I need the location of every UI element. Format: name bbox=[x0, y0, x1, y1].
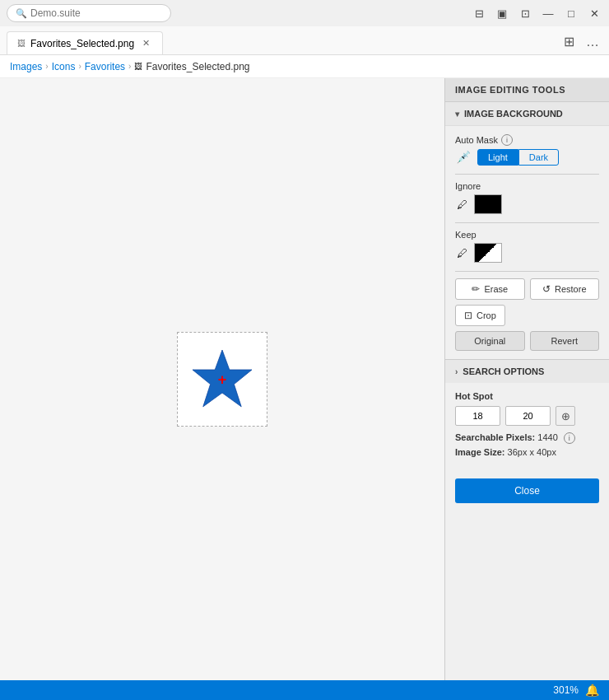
search-options-header[interactable]: › SEARCH OPTIONS bbox=[445, 360, 609, 383]
tab-bar: 🖼 Favorites_Selected.png ✕ ⊞ … bbox=[0, 26, 609, 55]
crop-btn[interactable]: ⊡ Crop bbox=[455, 305, 505, 326]
split-vertical-btn[interactable]: ⊟ bbox=[471, 5, 487, 21]
breadcrumb-sep-2: › bbox=[78, 62, 81, 71]
title-search-input[interactable] bbox=[30, 7, 162, 19]
searchable-pixels-row: Searchable Pixels: 1440 i bbox=[455, 432, 599, 444]
breadcrumb-file-icon: 🖼 bbox=[134, 62, 142, 71]
panel-header-label: IMAGE EDITING TOOLS bbox=[455, 85, 565, 95]
svg-marker-0 bbox=[193, 350, 252, 407]
search-options-body: Hot Spot ⊕ Searchable Pixels: 1440 i Ima… bbox=[445, 383, 609, 469]
image-size-label: Image Size: bbox=[455, 447, 505, 457]
tab-bar-right: ⊞ … bbox=[560, 32, 602, 54]
search-icon: 🔍 bbox=[16, 8, 27, 19]
original-btn[interactable]: Original bbox=[455, 331, 525, 351]
crop-label: Crop bbox=[477, 310, 496, 320]
breadcrumb-images[interactable]: Images bbox=[10, 61, 42, 72]
restore-label: Restore bbox=[555, 284, 587, 294]
breadcrumb-icons[interactable]: Icons bbox=[52, 61, 76, 72]
auto-mask-label-row: Auto Mask i bbox=[455, 134, 599, 146]
searchable-pixels-label: Searchable Pixels: bbox=[455, 432, 535, 442]
maximize-btn[interactable]: □ bbox=[563, 5, 579, 21]
tab-label: Favorites_Selected.png bbox=[30, 38, 134, 49]
minimize-btn[interactable]: — bbox=[540, 5, 556, 21]
ignore-eyedropper-btn[interactable]: 🖊 bbox=[455, 197, 469, 212]
hotspot-x-input[interactable] bbox=[455, 406, 500, 426]
image-background-section-header[interactable]: ▾ IMAGE BACKGROUND bbox=[445, 102, 609, 126]
light-toggle-btn[interactable]: Light bbox=[477, 149, 518, 166]
image-preview: + bbox=[177, 332, 267, 427]
keep-label-text: Keep bbox=[455, 230, 477, 240]
auto-mask-row: Auto Mask i 💉 Light Dark bbox=[455, 134, 599, 166]
erase-icon: ✏ bbox=[472, 283, 480, 295]
keep-label: Keep bbox=[455, 230, 599, 240]
searchable-pixels-value: 1440 bbox=[537, 432, 557, 442]
tab-bar-left: 🖼 Favorites_Selected.png ✕ bbox=[7, 31, 163, 54]
restore-icon: ↺ bbox=[542, 283, 551, 295]
divider-3 bbox=[455, 271, 599, 272]
hotspot-row: ⊕ bbox=[455, 406, 599, 426]
tab-favorites-selected[interactable]: 🖼 Favorites_Selected.png ✕ bbox=[7, 31, 163, 54]
image-size-row: Image Size: 36px x 40px bbox=[455, 447, 599, 457]
hotspot-label: Hot Spot bbox=[455, 391, 599, 401]
tab-file-icon: 🖼 bbox=[17, 39, 26, 48]
auto-mask-info-icon[interactable]: i bbox=[501, 134, 513, 146]
breadcrumb-current: 🖼 Favorites_Selected.png bbox=[134, 61, 249, 72]
panel-btn[interactable]: ⊡ bbox=[517, 5, 533, 21]
title-bar-controls: ⊟ ▣ ⊡ — □ ✕ bbox=[471, 5, 602, 21]
close-panel-btn[interactable]: Close bbox=[455, 478, 599, 503]
erase-restore-row: ✏ Erase ↺ Restore bbox=[455, 278, 599, 300]
search-options-chevron: › bbox=[455, 367, 458, 376]
star-image bbox=[189, 347, 255, 413]
image-background-label: IMAGE BACKGROUND bbox=[464, 109, 563, 119]
erase-label: Erase bbox=[484, 284, 508, 294]
keep-color-swatch[interactable] bbox=[474, 243, 502, 263]
breadcrumb-sep-3: › bbox=[128, 62, 131, 71]
panel-header: IMAGE EDITING TOOLS bbox=[445, 78, 609, 102]
search-options-section: › SEARCH OPTIONS Hot Spot ⊕ Searchable P… bbox=[445, 359, 609, 469]
auto-mask-toggle-group: Light Dark bbox=[477, 149, 559, 166]
ignore-row: Ignore 🖊 bbox=[455, 181, 599, 214]
right-panel: IMAGE EDITING TOOLS ▾ IMAGE BACKGROUND A… bbox=[444, 78, 609, 680]
original-revert-row: Original Revert bbox=[455, 331, 599, 351]
ignore-label: Ignore bbox=[455, 181, 599, 191]
canvas-area: + bbox=[0, 78, 444, 680]
ignore-eyedropper-row: 🖊 bbox=[455, 194, 599, 214]
restore-btn[interactable]: ↺ Restore bbox=[530, 278, 600, 300]
main-content: + IMAGE EDITING TOOLS ▾ IMAGE BACKGROUND… bbox=[0, 78, 609, 680]
bell-icon[interactable]: 🔔 bbox=[585, 684, 599, 697]
breadcrumb: Images › Icons › Favorites › 🖼 Favorites… bbox=[0, 55, 609, 78]
auto-mask-eyedropper-btn[interactable]: 💉 bbox=[455, 149, 472, 166]
breadcrumb-current-label: Favorites_Selected.png bbox=[146, 61, 249, 72]
preview-box: + bbox=[177, 332, 267, 427]
keep-eyedropper-row: 🖊 bbox=[455, 243, 599, 263]
ignore-color-swatch[interactable] bbox=[474, 194, 502, 214]
status-bar: 301% 🔔 bbox=[0, 680, 609, 700]
title-bar-left: 🔍 bbox=[7, 4, 171, 22]
title-bar: 🔍 ⊟ ▣ ⊡ — □ ✕ bbox=[0, 0, 609, 26]
keep-eyedropper-btn[interactable]: 🖊 bbox=[455, 245, 469, 261]
erase-btn[interactable]: ✏ Erase bbox=[455, 278, 525, 300]
search-options-label: SEARCH OPTIONS bbox=[463, 366, 544, 376]
image-background-chevron: ▾ bbox=[455, 110, 459, 119]
split-horizontal-btn[interactable]: ▣ bbox=[494, 5, 510, 21]
crop-icon: ⊡ bbox=[464, 310, 472, 321]
ignore-label-text: Ignore bbox=[455, 181, 481, 191]
close-window-btn[interactable]: ✕ bbox=[586, 5, 602, 21]
keep-row: Keep 🖊 bbox=[455, 230, 599, 263]
title-search: 🔍 bbox=[7, 4, 171, 22]
divider-2 bbox=[455, 222, 599, 223]
breadcrumb-favorites[interactable]: Favorites bbox=[85, 61, 125, 72]
breadcrumb-sep-1: › bbox=[45, 62, 48, 71]
revert-btn[interactable]: Revert bbox=[530, 331, 600, 351]
zoom-level: 301% bbox=[553, 684, 579, 696]
searchable-pixels-info-icon[interactable]: i bbox=[564, 432, 575, 444]
image-background-body: Auto Mask i 💉 Light Dark Ignore bbox=[445, 126, 609, 359]
hotspot-y-input[interactable] bbox=[505, 406, 551, 426]
tab-close-btn[interactable]: ✕ bbox=[139, 37, 152, 50]
dark-toggle-btn[interactable]: Dark bbox=[518, 149, 559, 166]
hotspot-target-btn[interactable]: ⊕ bbox=[556, 406, 575, 426]
auto-mask-label: Auto Mask bbox=[455, 135, 498, 145]
layout-icon-btn[interactable]: ⊞ bbox=[560, 32, 578, 51]
image-size-value: 36px x 40px bbox=[508, 447, 556, 457]
more-options-btn[interactable]: … bbox=[583, 33, 602, 51]
